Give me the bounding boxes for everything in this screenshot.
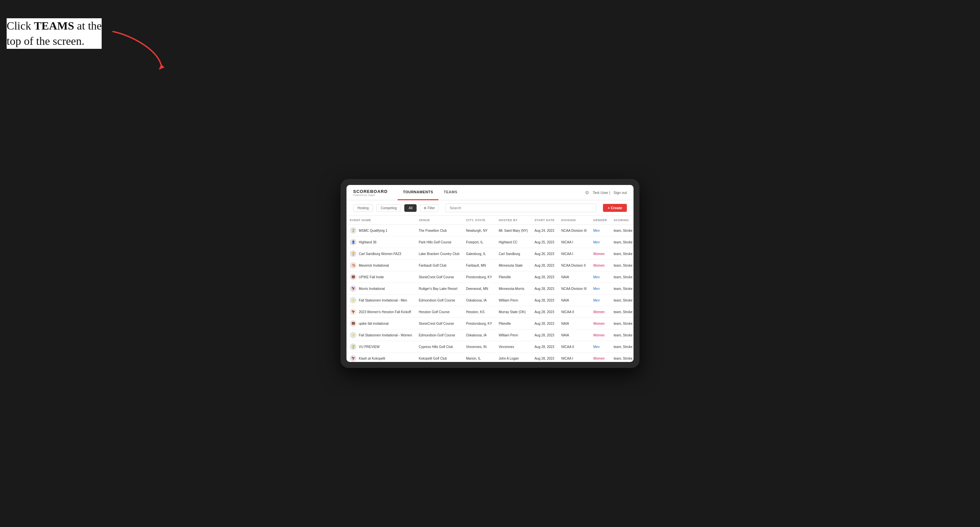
cell-city: Prestonsburg, KY [463,318,495,329]
cell-hosted: Minnesota-Morris [495,283,531,295]
table-row: 👤 Highland 36 Park Hills Golf Course Fre… [347,237,633,248]
cell-division: NAIA [558,318,590,329]
cell-date: Aug 28, 2023 [531,318,558,329]
all-button[interactable]: All [404,204,417,212]
cell-hosted: Vincennes [495,341,531,352]
table-row: 🏆 VU PREVIEW Cypress Hills Golf Club Vin… [347,341,633,352]
team-icon: 🐻 [350,320,356,327]
team-icon: 👤 [350,239,356,245]
cell-gender: Men [590,237,611,248]
cell-city: Oskaloosa, IA [463,295,495,306]
cell-city: Newburgh, NY [463,225,495,237]
cell-event-name: ⚡ Fall Statesmen Invitational - Women [347,329,415,341]
cell-city: Marion, IL [463,352,495,362]
logo-title: SCOREBOARD [353,189,388,194]
cell-gender: Women [590,318,611,329]
cell-hosted: Carl Sandburg [495,248,531,260]
svg-marker-0 [159,64,164,70]
col-start-date: START DATE [531,216,558,225]
col-scoring: SCORING [610,216,633,225]
cell-scoring: team, Stroke Play [610,295,633,306]
cell-event-name: 🏆 Carl Sandburg Women FA23 [347,248,415,260]
col-gender: GENDER [590,216,611,225]
logo-area: SCOREBOARD Powered by clippit [353,189,388,196]
filter-button[interactable]: ⚙ Filter [420,204,439,212]
cell-date: Aug 28, 2023 [531,295,558,306]
cell-date: Aug 28, 2023 [531,306,558,318]
nav-tabs: TOURNAMENTS TEAMS [398,185,585,200]
tab-teams[interactable]: TEAMS [439,185,463,200]
cell-division: NICAA I [558,237,590,248]
instruction-prefix: Click [6,20,34,32]
cell-gender: Men [590,225,611,237]
cell-scoring: team, Stroke Play [610,318,633,329]
cell-scoring: team, Stroke Play [610,248,633,260]
cell-venue: Lake Bracken Country Club [415,248,463,260]
cell-gender: Men [590,341,611,352]
cell-hosted: Pikeville [495,271,531,283]
toolbar: Hosting Competing All ⚙ Filter + Create [347,200,633,216]
table-row: ⚡ Fall Statesmen Invitational - Women Ed… [347,329,633,341]
cell-hosted: Murray State (OK) [495,306,531,318]
event-name-text: Klash at Kokopelli [359,357,385,360]
cell-hosted: John A Logan [495,352,531,362]
event-name-text: MSMC Qualifying 1 [359,229,387,232]
cell-gender: Men [590,271,611,283]
signout-link[interactable]: Sign out [614,190,627,195]
gear-icon[interactable]: ⚙ [585,190,589,195]
cell-gender: Women [590,329,611,341]
table-header-row: EVENT NAME VENUE CITY, STATE HOSTED BY S… [347,216,633,225]
table-row: 🐻 UPIKE Fall Invite StoneCrest Golf Cour… [347,271,633,283]
event-name-text: Maverick Invitational [359,264,389,267]
table-row: 🦅 Morris Invitational Ruttger's Bay Lake… [347,283,633,295]
user-label: Test User | [593,190,610,195]
cell-hosted: Pikeville [495,318,531,329]
table-container: EVENT NAME VENUE CITY, STATE HOSTED BY S… [347,216,633,362]
competing-button[interactable]: Competing [376,204,401,212]
team-icon: 🦅 [350,355,356,362]
cell-city: Oskaloosa, IA [463,329,495,341]
cell-division: NAIA [558,295,590,306]
team-icon: ⚡ [350,297,356,303]
cell-date: Aug 28, 2023 [531,341,558,352]
cell-hosted: Highland CC [495,237,531,248]
create-button[interactable]: + Create [603,204,627,212]
search-input[interactable] [445,203,596,212]
team-icon: 🐻 [350,274,356,280]
cell-gender: Women [590,306,611,318]
event-name-text: Highland 36 [359,240,376,244]
cell-scoring: team, Stroke Play [610,237,633,248]
cell-venue: Cypress Hills Golf Club [415,341,463,352]
event-name-text: Carl Sandburg Women FA23 [359,252,401,256]
team-icon: 🦅 [350,308,356,315]
cell-event-name: 🐻 UPIKE Fall Invite [347,271,415,283]
cell-venue: Edmundson Golf Course [415,295,463,306]
cell-date: Aug 28, 2023 [531,260,558,271]
cell-date: Aug 24, 2023 [531,225,558,237]
cell-event-name: 🏆 VU PREVIEW [347,341,415,352]
cell-gender: Women [590,248,611,260]
team-icon: ⚡ [350,332,356,338]
cell-city: Freeport, IL [463,237,495,248]
cell-hosted: Mt. Saint Mary (NY) [495,225,531,237]
instruction-bold: TEAMS [34,20,74,32]
cell-scoring: team, Stroke Play [610,225,633,237]
cell-date: Aug 26, 2023 [531,248,558,260]
col-city-state: CITY, STATE [463,216,495,225]
hosting-button[interactable]: Hosting [353,204,373,212]
col-hosted-by: HOSTED BY [495,216,531,225]
cell-event-name: 🦅 Morris Invitational [347,283,415,295]
cell-hosted: Minnesota State [495,260,531,271]
cell-division: NICAA I [558,248,590,260]
cell-city: Prestonsburg, KY [463,271,495,283]
cell-venue: Ruttger's Bay Lake Resort [415,283,463,295]
cell-division: NICAA I [558,352,590,362]
cell-gender: Women [590,352,611,362]
cell-event-name: 🦅 2023 Women's Hesston Fall Kickoff [347,306,415,318]
cell-date: Aug 28, 2023 [531,329,558,341]
cell-date: Aug 25, 2023 [531,237,558,248]
cell-city: Faribault, MN [463,260,495,271]
tab-tournaments[interactable]: TOURNAMENTS [398,185,439,200]
cell-scoring: team, Stroke Play [610,352,633,362]
cell-division: NCAA Division II [558,260,590,271]
